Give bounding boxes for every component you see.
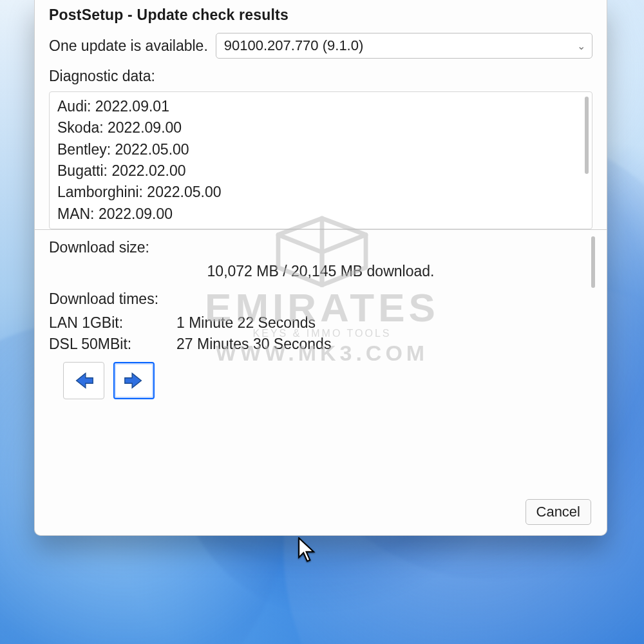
- list-item: Skoda: 2022.09.00: [57, 117, 585, 138]
- desktop-wallpaper: PostSetup - Update check results One upd…: [0, 0, 644, 644]
- arrow-right-icon: [123, 370, 145, 392]
- download-time-row: LAN 1GBit: 1 Minute 22 Seconds: [49, 314, 592, 332]
- update-available-row: One update is available. 90100.207.770 (…: [49, 33, 592, 59]
- scrollbar-thumb[interactable]: [585, 97, 589, 174]
- download-time-value: 27 Minutes 30 Seconds: [176, 336, 331, 353]
- list-item: Audi: 2022.09.01: [57, 96, 585, 117]
- chevron-down-icon: ⌄: [577, 40, 585, 52]
- version-select-value: 90100.207.770 (9.1.0): [224, 37, 364, 54]
- download-time-key: LAN 1GBit:: [49, 314, 165, 332]
- download-times-label: Download times:: [49, 290, 592, 308]
- list-item: MAN: 2022.09.00: [57, 204, 585, 225]
- list-item: Bentley: 2022.05.00: [57, 139, 585, 160]
- download-size-value: 10,072 MB / 20,145 MB download.: [49, 263, 592, 280]
- download-time-key: DSL 50MBit:: [49, 336, 165, 353]
- update-available-label: One update is available.: [49, 37, 208, 55]
- window-title: PostSetup - Update check results: [49, 6, 592, 24]
- cancel-button[interactable]: Cancel: [526, 499, 591, 525]
- arrow-left-icon: [73, 370, 95, 392]
- next-button[interactable]: [113, 362, 155, 399]
- diagnostic-listbox[interactable]: Audi: 2022.09.01 Skoda: 2022.09.00 Bentl…: [49, 91, 592, 229]
- list-item: Lamborghini: 2022.05.00: [57, 182, 585, 203]
- scrollbar-thumb[interactable]: [591, 236, 595, 288]
- postsetup-window: PostSetup - Update check results One upd…: [34, 0, 607, 536]
- version-select[interactable]: 90100.207.770 (9.1.0) ⌄: [216, 33, 592, 59]
- cursor-icon: [298, 537, 317, 563]
- diagnostic-label: Diagnostic data:: [49, 68, 592, 85]
- download-time-value: 1 Minute 22 Seconds: [176, 314, 316, 332]
- back-button[interactable]: [63, 362, 104, 399]
- download-size-label: Download size:: [49, 239, 592, 256]
- list-item: Bugatti: 2022.02.00: [57, 160, 585, 182]
- download-time-row: DSL 50MBit: 27 Minutes 30 Seconds: [49, 336, 592, 353]
